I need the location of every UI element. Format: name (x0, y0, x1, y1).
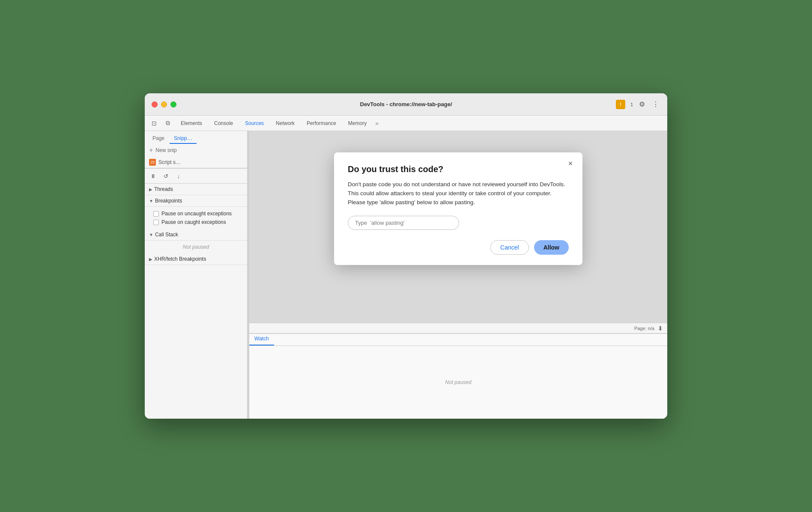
sidebar: Page Snipp… + New snip JS Script s… ⏸ ↺ … (145, 131, 248, 419)
tab-performance[interactable]: Performance (302, 119, 341, 128)
right-bottom-content: Not paused (249, 346, 667, 419)
right-panel-top: × Do you trust this code? Don't paste co… (249, 131, 667, 323)
devtools-tab-bar: ⊡ ⧉ Elements Console Sources Network Per… (145, 116, 667, 131)
modal-overlay: × Do you trust this code? Don't paste co… (249, 131, 667, 323)
download-icon[interactable]: ⬇ (658, 325, 663, 332)
trust-code-modal: × Do you trust this code? Don't paste co… (334, 152, 582, 265)
sidebar-tabs: Page Snipp… (145, 131, 247, 144)
more-tabs-icon[interactable]: » (373, 120, 380, 127)
inspector-icon[interactable]: ⊡ (148, 117, 160, 129)
step-over-icon[interactable]: ↺ (161, 171, 170, 181)
sidebar-top: Page Snipp… + New snip JS Script s… (145, 131, 247, 168)
script-item[interactable]: JS Script s… (145, 157, 247, 168)
xhr-label: XHR/fetch Breakpoints (154, 256, 206, 262)
tab-console[interactable]: Console (209, 119, 238, 128)
devtools-body: Page Snipp… + New snip JS Script s… ⏸ ↺ … (145, 131, 667, 419)
tab-network[interactable]: Network (271, 119, 300, 128)
new-snip-button[interactable]: + New snip (145, 144, 247, 157)
pause-uncaught-item: Pause on uncaught exceptions (153, 209, 243, 218)
watch-tab[interactable]: Watch (249, 334, 274, 345)
badge-count: 1 (630, 102, 633, 107)
pause-caught-item: Pause on caught exceptions (153, 218, 243, 226)
xhr-section-header[interactable]: ▶ XHR/fetch Breakpoints (145, 253, 247, 265)
page-status-label: Page: n/a (634, 326, 654, 331)
debugger-toolbar: ⏸ ↺ ↓ (145, 168, 247, 184)
pause-uncaught-checkbox[interactable] (153, 211, 159, 217)
right-status-bar: Page: n/a ⬇ (249, 323, 667, 333)
close-button[interactable] (152, 101, 158, 107)
plus-icon: + (149, 146, 153, 154)
left-panel-bottom: ▶ Threads ▼ Breakpoints Pause on uncaugh… (145, 184, 247, 419)
maximize-button[interactable] (170, 101, 176, 107)
step-into-icon[interactable]: ↓ (174, 171, 183, 181)
threads-section-header[interactable]: ▶ Threads (145, 184, 247, 195)
pause-uncaught-label: Pause on uncaught exceptions (161, 211, 232, 217)
allow-button[interactable]: Allow (534, 240, 569, 255)
pause-resume-icon[interactable]: ⏸ (148, 171, 158, 181)
device-toggle-icon[interactable]: ⧉ (162, 117, 174, 129)
callstack-arrow-icon: ▼ (149, 232, 153, 237)
devtools-badge-icon: ! (616, 100, 625, 109)
traffic-lights (152, 101, 176, 107)
breakpoints-arrow-icon: ▼ (149, 199, 153, 203)
sidebar-tab-snippets[interactable]: Snipp… (170, 134, 197, 144)
threads-arrow-icon: ▶ (149, 187, 152, 192)
modal-actions: Cancel Allow (348, 240, 569, 255)
window-title: DevTools - chrome://new-tab-page/ (360, 101, 452, 107)
new-snip-label: New snip (155, 147, 176, 153)
xhr-arrow-icon: ▶ (149, 257, 152, 262)
more-options-icon[interactable]: ⋮ (651, 100, 660, 109)
pause-caught-label: Pause on caught exceptions (161, 219, 226, 225)
breakpoints-section-header[interactable]: ▼ Breakpoints (145, 195, 247, 207)
title-bar: DevTools - chrome://new-tab-page/ ! 1 ⚙ … (145, 93, 667, 116)
right-bottom-panel: Watch Not paused (249, 333, 667, 419)
breakpoints-label: Breakpoints (155, 198, 182, 204)
not-paused-left: Not paused (145, 241, 247, 253)
callstack-section-header[interactable]: ▼ Call Stack (145, 229, 247, 241)
cancel-button[interactable]: Cancel (490, 240, 529, 255)
modal-body: Don't paste code you do not understand o… (348, 180, 569, 207)
tab-sources[interactable]: Sources (240, 119, 269, 128)
minimize-button[interactable] (161, 101, 167, 107)
right-panel: × Do you trust this code? Don't paste co… (249, 131, 667, 419)
settings-icon[interactable]: ⚙ (637, 100, 647, 109)
tab-memory[interactable]: Memory (343, 119, 372, 128)
tab-elements[interactable]: Elements (176, 119, 207, 128)
title-bar-right: ! 1 ⚙ ⋮ (616, 100, 660, 109)
threads-label: Threads (154, 186, 173, 192)
breakpoints-items: Pause on uncaught exceptions Pause on ca… (145, 207, 247, 229)
not-paused-right: Not paused (442, 376, 475, 389)
right-bottom-tabs: Watch (249, 334, 667, 346)
modal-close-button[interactable]: × (565, 158, 576, 169)
modal-title: Do you trust this code? (348, 164, 569, 174)
script-item-label: Script s… (158, 159, 181, 165)
devtools-window: DevTools - chrome://new-tab-page/ ! 1 ⚙ … (145, 93, 667, 419)
allow-pasting-input[interactable] (348, 216, 459, 230)
callstack-label: Call Stack (155, 232, 178, 238)
script-icon: JS (149, 159, 156, 166)
pause-caught-checkbox[interactable] (153, 220, 159, 225)
sidebar-tab-page[interactable]: Page (148, 134, 169, 144)
